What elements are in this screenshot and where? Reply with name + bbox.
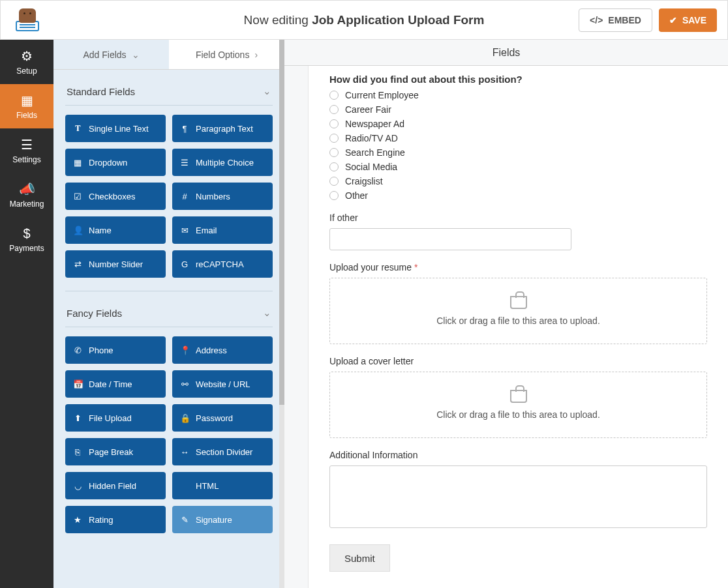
dropdown-icon: ▦ xyxy=(73,158,82,168)
payments-icon: $ xyxy=(23,226,30,241)
radio-icon xyxy=(329,148,339,157)
radio-icon xyxy=(329,162,339,171)
rating-icon: ★ xyxy=(73,515,82,525)
nav-payments[interactable]: $Payments xyxy=(0,217,53,261)
field-rating[interactable]: ★Rating xyxy=(65,506,166,533)
divider-icon: ↔ xyxy=(180,447,189,457)
radio-icon xyxy=(329,91,339,100)
field-date-time[interactable]: 📅Date / Time xyxy=(65,370,166,398)
pagebreak-icon: ⎘ xyxy=(73,447,82,457)
phone-icon: ✆ xyxy=(73,345,82,355)
radio-newspaper-ad[interactable]: Newspaper Ad xyxy=(329,119,707,129)
field-file-upload[interactable]: ⬆File Upload xyxy=(65,404,166,432)
field-phone[interactable]: ✆Phone xyxy=(65,336,166,364)
paragraph-icon: ¶ xyxy=(180,124,189,134)
password-icon: 🔒 xyxy=(180,413,189,423)
upload-icon xyxy=(510,390,527,403)
date-icon: 📅 xyxy=(73,379,82,389)
field-password[interactable]: 🔒Password xyxy=(172,404,273,432)
recaptcha-icon: G xyxy=(180,259,189,269)
chevron-down-icon: ⌄ xyxy=(263,307,271,319)
multiple-choice-icon: ☰ xyxy=(180,158,189,168)
field-section-divider[interactable]: ↔Section Divider xyxy=(172,438,273,465)
field-multiple-choice[interactable]: ☰Multiple Choice xyxy=(172,149,273,176)
radio-current-employee[interactable]: Current Employee xyxy=(329,90,707,100)
tab-add-fields[interactable]: Add Fields ⌄ xyxy=(53,40,169,69)
fields-icon: ▦ xyxy=(21,93,33,108)
question-label: How did you find out about this position… xyxy=(329,74,707,85)
field-paragraph-text[interactable]: ¶Paragraph Text xyxy=(172,115,273,142)
field-html[interactable]: HTML xyxy=(172,472,273,499)
radio-radio-tv-ad[interactable]: Radio/TV AD xyxy=(329,133,707,143)
radio-social-media[interactable]: Social Media xyxy=(329,162,707,172)
nav-settings[interactable]: ☰Settings xyxy=(0,128,53,173)
chevron-right-icon: › xyxy=(254,50,258,60)
upload-icon xyxy=(510,296,527,309)
radio-icon xyxy=(329,191,339,200)
top-bar: Now editing Job Application Upload Form … xyxy=(0,0,728,40)
settings-icon: ☰ xyxy=(21,137,33,153)
marketing-icon: 📣 xyxy=(19,181,35,197)
checkboxes-icon: ☑ xyxy=(73,192,82,201)
name-icon: 👤 xyxy=(73,226,82,235)
field-name[interactable]: 👤Name xyxy=(65,216,166,244)
field-signature[interactable]: ✎Signature xyxy=(172,506,273,533)
field-number-slider[interactable]: ⇄Number Slider xyxy=(65,250,166,278)
field-numbers[interactable]: #Numbers xyxy=(172,183,273,210)
preview-header: Fields xyxy=(284,40,728,66)
app-logo xyxy=(11,4,44,37)
field-recaptcha[interactable]: GreCAPTCHA xyxy=(172,250,273,278)
address-icon: 📍 xyxy=(180,345,189,355)
radio-search-engine[interactable]: Search Engine xyxy=(329,147,707,158)
chevron-down-icon: ⌄ xyxy=(132,50,140,60)
additional-info-label: Additional Information xyxy=(329,450,707,460)
resume-dropzone[interactable]: Click or drag a file to this area to upl… xyxy=(329,278,707,344)
field-page-break[interactable]: ⎘Page Break xyxy=(65,438,166,465)
radio-other[interactable]: Other xyxy=(329,190,707,201)
preview-panel: Fields How did you find out about this p… xyxy=(284,40,728,588)
radio-icon xyxy=(329,177,339,186)
save-button[interactable]: ✔ SAVE xyxy=(659,8,717,32)
text-icon: 𝐓 xyxy=(73,123,82,134)
if-other-label: If other xyxy=(329,213,707,223)
section-fancy-fields[interactable]: Fancy Fields⌄ xyxy=(65,291,273,327)
additional-info-textarea[interactable] xyxy=(329,465,707,528)
radio-icon xyxy=(329,119,339,128)
vertical-nav: ⚙Setup▦Fields☰Settings📣Marketing$Payment… xyxy=(0,40,53,588)
field-website-url[interactable]: ⚯Website / URL xyxy=(172,370,273,398)
section-standard-fields[interactable]: Standard Fields⌄ xyxy=(65,70,273,106)
sidebar-scrollbar[interactable] xyxy=(279,40,284,588)
field-address[interactable]: 📍Address xyxy=(172,336,273,364)
nav-marketing[interactable]: 📣Marketing xyxy=(0,173,53,217)
email-icon: ✉ xyxy=(180,226,189,235)
radio-career-fair[interactable]: Career Fair xyxy=(329,104,707,115)
submit-button[interactable]: Submit xyxy=(329,544,390,572)
slider-icon: ⇄ xyxy=(73,259,82,269)
upload-icon: ⬆ xyxy=(73,413,82,423)
field-hidden-field[interactable]: ◡Hidden Field xyxy=(65,472,166,499)
numbers-icon: # xyxy=(180,192,189,201)
signature-icon: ✎ xyxy=(180,515,189,525)
field-email[interactable]: ✉Email xyxy=(172,216,273,244)
field-dropdown[interactable]: ▦Dropdown xyxy=(65,149,166,176)
cover-dropzone[interactable]: Click or drag a file to this area to upl… xyxy=(329,372,707,438)
field-checkboxes[interactable]: ☑Checkboxes xyxy=(65,183,166,210)
radio-icon xyxy=(329,134,339,143)
url-icon: ⚯ xyxy=(180,379,189,389)
nav-fields[interactable]: ▦Fields xyxy=(0,84,53,128)
upload-resume-label: Upload your resume * xyxy=(329,262,707,272)
chevron-down-icon: ⌄ xyxy=(263,85,271,97)
if-other-input[interactable] xyxy=(329,228,571,250)
embed-button[interactable]: </> EMBED xyxy=(579,8,652,32)
setup-icon: ⚙ xyxy=(21,48,33,64)
check-icon: ✔ xyxy=(669,15,677,25)
nav-setup[interactable]: ⚙Setup xyxy=(0,40,53,84)
radio-icon xyxy=(329,105,339,114)
page-title: Now editing Job Application Upload Form xyxy=(244,13,485,27)
code-icon: </> xyxy=(590,15,603,25)
hidden-icon: ◡ xyxy=(73,481,82,491)
tab-field-options[interactable]: Field Options › xyxy=(169,40,284,69)
field-single-line-text[interactable]: 𝐓Single Line Text xyxy=(65,115,166,142)
radio-craigslist[interactable]: Craigslist xyxy=(329,176,707,186)
fields-sidebar: Add Fields ⌄ Field Options › Standard Fi… xyxy=(53,40,284,588)
